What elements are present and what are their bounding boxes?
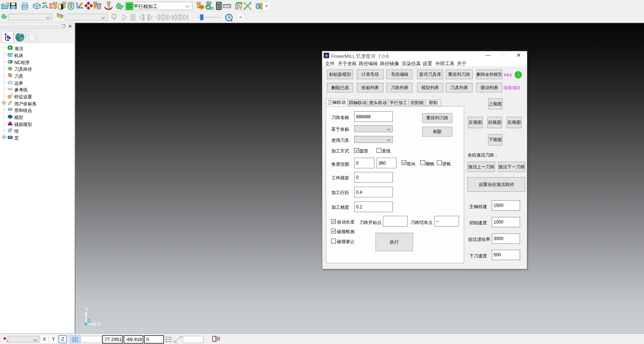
svg-text:Y: Y — [85, 306, 89, 312]
svg-text:Z: Z — [87, 318, 90, 324]
svg-text:X: X — [97, 321, 101, 326]
